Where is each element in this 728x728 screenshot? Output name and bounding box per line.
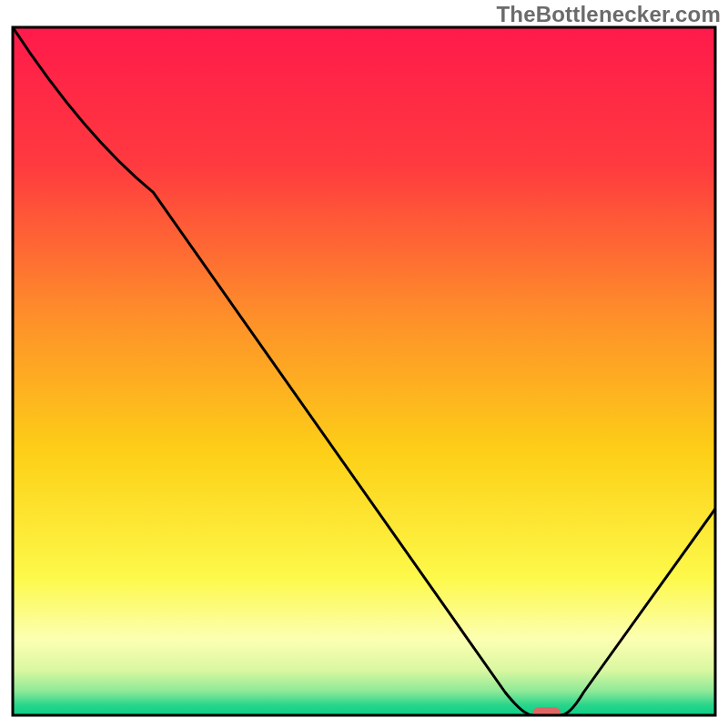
watermark-label: TheBottlenecker.com: [496, 2, 721, 27]
bottleneck-chart: [0, 0, 728, 728]
plot-area: [13, 27, 715, 720]
gradient-background: [13, 27, 715, 715]
chart-container: TheBottlenecker.com: [0, 0, 728, 728]
optimal-marker: [532, 707, 561, 720]
